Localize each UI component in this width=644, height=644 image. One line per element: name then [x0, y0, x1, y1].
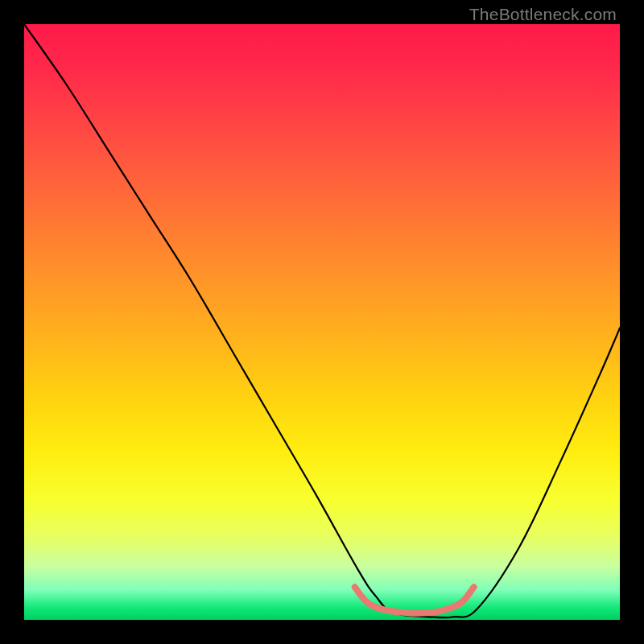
watermark-text: TheBottleneck.com [469, 5, 617, 24]
chart-svg [24, 24, 620, 620]
plot-area [24, 24, 620, 620]
main-curve [24, 24, 620, 617]
chart-frame: TheBottleneck.com [0, 0, 644, 644]
